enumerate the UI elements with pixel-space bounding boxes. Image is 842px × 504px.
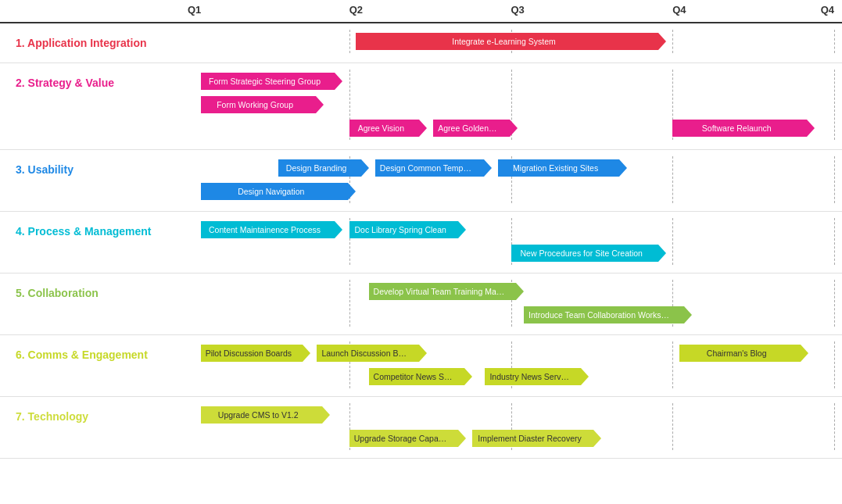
task-bar-5-0-0: Pilot Discussion Boards bbox=[201, 345, 303, 362]
task-row: Design Branding Design Common Templates … bbox=[188, 156, 834, 180]
task-bar-6-1-0: Upgrade Storage Capacity bbox=[349, 430, 458, 447]
task-bar-1-1-0: Form Working Group bbox=[201, 96, 316, 113]
section-process-management: 4. Process & Management Content Maintain… bbox=[0, 212, 842, 273]
task-bar-1-2-1: Agree Golden Rules bbox=[433, 120, 510, 137]
dashed-q4 bbox=[834, 341, 835, 388]
task-bar-2-0-2: Migration Existing Sites bbox=[498, 159, 619, 177]
section-collaboration: 5. Collaboration Develop Virtual Team Tr… bbox=[0, 273, 842, 335]
task-bar-1-0-0: Form Strategic Steering Group bbox=[201, 73, 335, 90]
task-bar-3-1-0: New Procedures for Site Creation bbox=[511, 245, 658, 262]
section-comms-engagement: 6. Comms & Engagement Pilot Discussion B… bbox=[0, 335, 842, 397]
task-bar-0-0-0: Integrate e-Learning System bbox=[356, 33, 658, 50]
task-bar-2-0-1: Design Common Templates bbox=[375, 159, 484, 177]
section-label-comms-engagement: 6. Comms & Engagement bbox=[8, 345, 195, 365]
task-row: Upgrade Storage Capacity Implement Diast… bbox=[188, 427, 834, 450]
task-row: Introduce Team Collaboration Workspaces bbox=[188, 303, 834, 327]
timeline-area-usability: Design Branding Design Common Templates … bbox=[188, 156, 834, 203]
task-bar-3-0-0: Content Maintainence Process bbox=[201, 221, 335, 238]
gantt-chart: Q1 Q2 Q3 Q4 Q4 1. Application Integratio… bbox=[0, 0, 842, 504]
dashed-q4 bbox=[834, 156, 835, 203]
task-bar-1-2-0: Agree Vision bbox=[349, 120, 419, 137]
task-bar-6-0-0: Upgrade CMS to V1.2 bbox=[201, 406, 322, 424]
section-label-usability: 3. Usability bbox=[8, 159, 195, 180]
section-technology: 7. Technology Upgrade CMS to V1.2 Upgrad… bbox=[0, 397, 842, 459]
section-label-app-integration: 1. Application Integration bbox=[8, 33, 195, 53]
q3-label: Q3 bbox=[511, 4, 525, 16]
q4-label: Q4 bbox=[672, 4, 686, 16]
task-row: Upgrade CMS to V1.2 bbox=[188, 403, 834, 427]
task-bar-1-2-2: Software Relaunch bbox=[672, 120, 807, 137]
task-row: Form Working Group bbox=[188, 93, 834, 116]
dashed-q4 bbox=[834, 30, 835, 53]
task-row: Pilot Discussion Boards Launch Discussio… bbox=[188, 341, 834, 365]
timeline-area-app-integration: Integrate e-Learning System bbox=[188, 30, 834, 53]
dashed-q4 bbox=[834, 280, 835, 327]
timeline-area-process-management: Content Maintainence Process Doc Library… bbox=[188, 218, 834, 265]
task-row: New Procedures for Site Creation bbox=[188, 241, 834, 265]
task-row: Develop Virtual Team Training Material bbox=[188, 280, 834, 303]
task-row: Competitor News Service Industry News Se… bbox=[188, 365, 834, 388]
task-bar-4-1-0: Introduce Team Collaboration Workspaces bbox=[524, 306, 684, 323]
sections-container: 1. Application Integration Integrate e-L… bbox=[0, 23, 842, 459]
section-label-process-management: 4. Process & Management bbox=[8, 221, 195, 241]
task-row: Content Maintainence Process Doc Library… bbox=[188, 218, 834, 241]
dashed-q4 bbox=[834, 70, 835, 140]
task-bar-2-1-0: Design Navigation bbox=[201, 183, 348, 200]
q2-label: Q2 bbox=[349, 4, 363, 16]
task-bar-6-1-1: Implement Diaster Recovery bbox=[472, 430, 593, 447]
task-bar-5-0-1: Launch Discussion Boards bbox=[317, 345, 419, 362]
task-row: Integrate e-Learning System bbox=[188, 30, 834, 53]
dashed-q4 bbox=[834, 403, 835, 450]
task-bar-3-0-1: Doc Library Spring Clean bbox=[349, 221, 458, 238]
timeline-area-technology: Upgrade CMS to V1.2 Upgrade Storage Capa… bbox=[188, 403, 834, 450]
timeline-area-collaboration: Develop Virtual Team Training Material I… bbox=[188, 280, 834, 327]
task-bar-5-1-1: Industry News Service bbox=[485, 368, 580, 385]
timeline-header: Q1 Q2 Q3 Q4 Q4 bbox=[188, 0, 834, 22]
section-usability: 3. Usability Design Branding Design Comm… bbox=[0, 150, 842, 212]
task-bar-4-0-0: Develop Virtual Team Training Material bbox=[369, 283, 516, 300]
section-app-integration: 1. Application Integration Integrate e-L… bbox=[0, 23, 842, 63]
section-strategy-value: 2. Strategy & Value Form Strategic Steer… bbox=[0, 63, 842, 150]
section-label-strategy-value: 2. Strategy & Value bbox=[8, 73, 195, 93]
task-row: Form Strategic Steering Group bbox=[188, 70, 834, 93]
section-label-collaboration: 5. Collaboration bbox=[8, 283, 195, 303]
task-bar-5-0-2: Chairman's Blog bbox=[679, 345, 801, 362]
timeline-area-comms-engagement: Pilot Discussion Boards Launch Discussio… bbox=[188, 341, 834, 388]
task-row: Agree Vision Agree Golden Rules Software… bbox=[188, 116, 834, 140]
dashed-q4 bbox=[834, 218, 835, 265]
task-bar-2-0-0: Design Branding bbox=[278, 159, 361, 177]
task-row: Design Navigation bbox=[188, 180, 834, 203]
timeline-area-strategy-value: Form Strategic Steering Group Form Worki… bbox=[188, 70, 834, 140]
q4-end-label: Q4 bbox=[821, 4, 834, 16]
section-label-technology: 7. Technology bbox=[8, 406, 195, 427]
task-bar-5-1-0: Competitor News Service bbox=[369, 368, 464, 385]
q1-label: Q1 bbox=[188, 4, 201, 16]
